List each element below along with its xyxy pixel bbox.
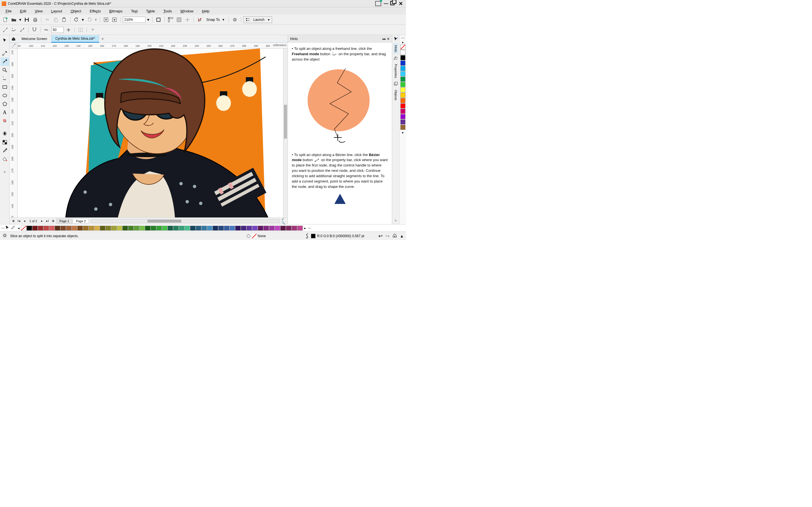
bezier-mode-button[interactable] bbox=[18, 26, 26, 34]
color-swatch[interactable] bbox=[185, 226, 190, 231]
dropshadow-tool[interactable] bbox=[1, 117, 9, 125]
page-tab-2[interactable]: Page 2 bbox=[73, 219, 89, 224]
menu-effects[interactable]: Effects bbox=[86, 8, 105, 14]
color-swatch[interactable] bbox=[201, 226, 207, 231]
home-tab[interactable] bbox=[10, 35, 17, 43]
two-point-mode-button[interactable] bbox=[2, 26, 9, 34]
ellipse-tool[interactable] bbox=[1, 91, 9, 100]
no-color-swatch[interactable] bbox=[400, 45, 405, 50]
color-swatch[interactable] bbox=[241, 226, 246, 231]
menu-layout[interactable]: Layout bbox=[47, 8, 66, 14]
color-swatch[interactable] bbox=[400, 125, 405, 130]
add-toolbar-button[interactable]: + bbox=[89, 26, 96, 34]
tab-hints[interactable]: Hints bbox=[394, 43, 398, 54]
freehand-tool[interactable] bbox=[1, 74, 9, 83]
nav-zoom-icon[interactable]: ⤢🔍 bbox=[282, 219, 287, 224]
color-swatch[interactable] bbox=[297, 226, 303, 231]
import-button[interactable] bbox=[102, 16, 110, 23]
snap-off-button[interactable] bbox=[196, 16, 203, 23]
color-palette-vertical[interactable]: ⋯ ▲ ▼ bbox=[399, 35, 406, 224]
color-swatch[interactable] bbox=[400, 114, 405, 119]
color-swatch[interactable] bbox=[400, 71, 405, 76]
grid-button[interactable] bbox=[175, 16, 183, 23]
color-swatch[interactable] bbox=[89, 226, 94, 231]
nav-top[interactable]: ▲ bbox=[400, 234, 404, 238]
color-swatch[interactable] bbox=[156, 226, 162, 231]
text-tool[interactable]: A bbox=[1, 108, 9, 117]
menu-bitmaps[interactable]: Bitmaps bbox=[105, 8, 126, 14]
color-swatch[interactable] bbox=[400, 76, 405, 82]
freq-input[interactable] bbox=[51, 27, 64, 33]
color-swatch[interactable] bbox=[263, 226, 269, 231]
color-swatch[interactable] bbox=[66, 226, 71, 231]
page-tab-1[interactable]: Page 1 bbox=[56, 219, 72, 224]
minimize-button[interactable]: — bbox=[382, 1, 390, 6]
color-palette-horizontal[interactable]: ⋯ ◂ ▸ ⋯ bbox=[0, 224, 406, 231]
nav-home[interactable] bbox=[393, 233, 397, 238]
color-swatch[interactable] bbox=[252, 226, 258, 231]
color-swatch[interactable] bbox=[196, 226, 201, 231]
rectangle-tool[interactable] bbox=[1, 83, 9, 91]
copy-button[interactable] bbox=[52, 16, 59, 23]
color-swatch[interactable] bbox=[400, 55, 405, 60]
menu-window[interactable]: Window bbox=[176, 8, 197, 14]
color-swatch[interactable] bbox=[246, 226, 252, 231]
fullscreen-button[interactable] bbox=[155, 16, 162, 23]
outline-indicator[interactable]: R:0 G:0 B:0 (#000000) 0,567 pt bbox=[305, 233, 364, 238]
close-button[interactable]: ✕ bbox=[397, 1, 404, 7]
nav-back[interactable]: ↩ bbox=[378, 233, 383, 239]
fill-indicator[interactable]: None bbox=[246, 234, 266, 238]
add-tool-button[interactable]: + bbox=[1, 168, 9, 176]
color-swatch[interactable] bbox=[38, 226, 43, 231]
menu-file[interactable]: File bbox=[2, 8, 15, 14]
color-swatch[interactable] bbox=[122, 226, 128, 231]
zoom-tool[interactable] bbox=[1, 66, 9, 74]
color-swatch[interactable] bbox=[43, 226, 49, 231]
color-swatch[interactable] bbox=[105, 226, 111, 231]
menu-help[interactable]: Help bbox=[198, 8, 213, 14]
redo-button[interactable] bbox=[86, 16, 93, 23]
color-swatch[interactable] bbox=[213, 226, 218, 231]
nav-fwd[interactable]: ↪ bbox=[386, 233, 390, 239]
color-swatch[interactable] bbox=[400, 119, 405, 124]
color-swatch[interactable] bbox=[27, 226, 32, 231]
page-next[interactable]: ▸ bbox=[40, 219, 45, 224]
palette-left[interactable]: ◂ bbox=[16, 226, 21, 230]
pattern-tool[interactable] bbox=[1, 138, 9, 147]
color-swatch[interactable] bbox=[218, 226, 224, 231]
cut-button[interactable]: ✂ bbox=[44, 16, 51, 23]
color-swatch[interactable] bbox=[224, 226, 230, 231]
color-swatch[interactable] bbox=[162, 226, 167, 231]
color-swatch[interactable] bbox=[179, 226, 185, 231]
save-button[interactable] bbox=[23, 16, 31, 23]
color-swatch[interactable] bbox=[94, 226, 100, 231]
ruler-vertical[interactable]: 2702602502402302202102001901801701601501… bbox=[10, 48, 17, 217]
freehand-mode-button[interactable] bbox=[10, 26, 17, 34]
menu-object[interactable]: Object bbox=[66, 8, 85, 14]
color-swatch[interactable] bbox=[400, 61, 405, 66]
zoom-input[interactable] bbox=[123, 17, 146, 23]
scrollbar-vertical[interactable] bbox=[283, 48, 288, 217]
color-swatch[interactable] bbox=[274, 226, 280, 231]
color-swatch[interactable] bbox=[235, 226, 241, 231]
menu-edit[interactable]: Edit bbox=[16, 8, 30, 14]
maximize-button[interactable] bbox=[390, 0, 397, 8]
fill-tool[interactable] bbox=[1, 155, 9, 163]
color-swatch[interactable] bbox=[258, 226, 263, 231]
color-swatch[interactable] bbox=[60, 226, 66, 231]
color-swatch[interactable] bbox=[151, 226, 156, 231]
bounding-box-button[interactable] bbox=[77, 26, 84, 34]
new-tab-button[interactable]: + bbox=[99, 36, 106, 41]
quick-pick-tool[interactable] bbox=[5, 225, 11, 231]
print-button[interactable] bbox=[32, 16, 39, 23]
drawing-canvas[interactable] bbox=[17, 48, 288, 217]
color-swatch[interactable] bbox=[400, 50, 405, 55]
share-button[interactable] bbox=[375, 0, 382, 8]
undo-dropdown[interactable]: ▾ bbox=[81, 16, 85, 23]
ruler-horizontal[interactable]: millimeters90100110120130140150160170180… bbox=[17, 43, 288, 48]
color-swatch[interactable] bbox=[167, 226, 173, 231]
eyedropper-tool[interactable] bbox=[1, 147, 9, 155]
menu-tools[interactable]: Tools bbox=[159, 8, 175, 14]
color-swatch[interactable] bbox=[111, 226, 117, 231]
color-swatch[interactable] bbox=[77, 226, 83, 231]
